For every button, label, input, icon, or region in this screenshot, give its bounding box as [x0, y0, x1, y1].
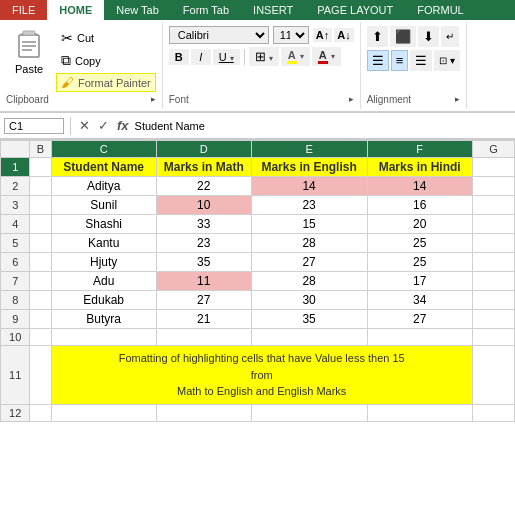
cell-F2[interactable]: 14: [367, 177, 472, 196]
cell-E2[interactable]: 14: [251, 177, 367, 196]
cell-G12[interactable]: [472, 404, 514, 421]
font-name-select[interactable]: Calibri: [169, 26, 269, 44]
cell-C3[interactable]: Sunil: [51, 196, 156, 215]
col-header-D[interactable]: D: [156, 141, 251, 158]
align-bottom-button[interactable]: ⬇: [418, 26, 439, 47]
border-button[interactable]: ▾: [249, 47, 279, 66]
cell-C7[interactable]: Adu: [51, 272, 156, 291]
cell-G7[interactable]: [472, 272, 514, 291]
align-center-button[interactable]: ≡: [391, 50, 409, 71]
cell-F3[interactable]: 16: [367, 196, 472, 215]
cell-B5[interactable]: [30, 234, 51, 253]
align-top-button[interactable]: ⬆: [367, 26, 388, 47]
col-header-C[interactable]: C: [51, 141, 156, 158]
col-header-B[interactable]: B: [30, 141, 51, 158]
fill-color-button[interactable]: A ▾: [281, 47, 310, 66]
cell-G5[interactable]: [472, 234, 514, 253]
cell-F1[interactable]: Marks in Hindi: [367, 158, 472, 177]
tab-insert[interactable]: INSERT: [241, 0, 305, 20]
cell-F6[interactable]: 25: [367, 253, 472, 272]
cell-B7[interactable]: [30, 272, 51, 291]
cell-G4[interactable]: [472, 215, 514, 234]
cell-B10[interactable]: [30, 329, 51, 346]
cell-F10[interactable]: [367, 329, 472, 346]
cell-D10[interactable]: [156, 329, 251, 346]
cell-D2[interactable]: 22: [156, 177, 251, 196]
copy-button[interactable]: Copy: [56, 50, 156, 71]
cell-G1[interactable]: [472, 158, 514, 177]
cell-D12[interactable]: [156, 404, 251, 421]
cell-C4[interactable]: Shashi: [51, 215, 156, 234]
cut-button[interactable]: Cut: [56, 28, 156, 48]
formula-input[interactable]: [135, 120, 511, 132]
cell-E5[interactable]: 28: [251, 234, 367, 253]
bold-button[interactable]: B: [169, 49, 189, 65]
cell-B4[interactable]: [30, 215, 51, 234]
font-size-decrease-button[interactable]: A↓: [334, 28, 353, 42]
cell-B6[interactable]: [30, 253, 51, 272]
cell-E9[interactable]: 35: [251, 310, 367, 329]
name-box[interactable]: [4, 118, 64, 134]
cell-C1[interactable]: Student Name: [51, 158, 156, 177]
tab-newtab[interactable]: New Tab: [104, 0, 171, 20]
cell-E4[interactable]: 15: [251, 215, 367, 234]
cell-C5[interactable]: Kantu: [51, 234, 156, 253]
format-painter-button[interactable]: Format Painter: [56, 73, 156, 92]
cell-B9[interactable]: [30, 310, 51, 329]
cancel-formula-icon[interactable]: ✕: [77, 118, 92, 133]
cell-C8[interactable]: Edukab: [51, 291, 156, 310]
cell-C12[interactable]: [51, 404, 156, 421]
cell-E1[interactable]: Marks in English: [251, 158, 367, 177]
cell-D6[interactable]: 35: [156, 253, 251, 272]
cell-C9[interactable]: Butyra: [51, 310, 156, 329]
cell-E12[interactable]: [251, 404, 367, 421]
tab-formul[interactable]: FORMUL: [405, 0, 475, 20]
cell-G3[interactable]: [472, 196, 514, 215]
wrap-text-button[interactable]: ↵: [441, 26, 459, 47]
cell-E10[interactable]: [251, 329, 367, 346]
cell-G6[interactable]: [472, 253, 514, 272]
font-size-select[interactable]: 11: [273, 26, 309, 44]
cell-D7[interactable]: 11: [156, 272, 251, 291]
cell-G8[interactable]: [472, 291, 514, 310]
tab-formtab[interactable]: Form Tab: [171, 0, 241, 20]
insert-function-icon[interactable]: fx: [115, 118, 131, 133]
cell-B2[interactable]: [30, 177, 51, 196]
underline-button[interactable]: U ▾: [213, 49, 240, 65]
tab-pagelayout[interactable]: PAGE LAYOUT: [305, 0, 405, 20]
clipboard-expand-icon[interactable]: ▸: [151, 94, 156, 104]
font-expand-icon[interactable]: ▸: [349, 94, 354, 104]
cell-B3[interactable]: [30, 196, 51, 215]
cell-F7[interactable]: 17: [367, 272, 472, 291]
alignment-expand-icon[interactable]: ▸: [455, 94, 460, 104]
cell-C10[interactable]: [51, 329, 156, 346]
paste-button[interactable]: Paste: [6, 26, 52, 78]
cell-B1[interactable]: [30, 158, 51, 177]
confirm-formula-icon[interactable]: ✓: [96, 118, 111, 133]
cell-D1[interactable]: Marks in Math: [156, 158, 251, 177]
cell-G2[interactable]: [472, 177, 514, 196]
align-middle-button[interactable]: ⬛: [390, 26, 416, 47]
cell-G9[interactable]: [472, 310, 514, 329]
cell-G11[interactable]: [472, 346, 514, 405]
cell-F8[interactable]: 34: [367, 291, 472, 310]
cell-F4[interactable]: 20: [367, 215, 472, 234]
col-header-G[interactable]: G: [472, 141, 514, 158]
cell-D9[interactable]: 21: [156, 310, 251, 329]
font-color-button[interactable]: A ▾: [312, 47, 341, 66]
cell-E8[interactable]: 30: [251, 291, 367, 310]
merge-center-button[interactable]: ⊡ ▾: [434, 50, 460, 71]
align-right-button[interactable]: ☰: [410, 50, 432, 71]
cell-D8[interactable]: 27: [156, 291, 251, 310]
cell-B8[interactable]: [30, 291, 51, 310]
cell-B11[interactable]: [30, 346, 51, 405]
cell-C2[interactable]: Aditya: [51, 177, 156, 196]
cell-F9[interactable]: 27: [367, 310, 472, 329]
col-header-E[interactable]: E: [251, 141, 367, 158]
font-size-increase-button[interactable]: A↑: [313, 28, 332, 42]
cell-F5[interactable]: 25: [367, 234, 472, 253]
cell-D3[interactable]: 10: [156, 196, 251, 215]
note-cell[interactable]: Fomatting of highlighting cells that hav…: [51, 346, 472, 405]
cell-C6[interactable]: Hjuty: [51, 253, 156, 272]
tab-file[interactable]: FILE: [0, 0, 47, 20]
